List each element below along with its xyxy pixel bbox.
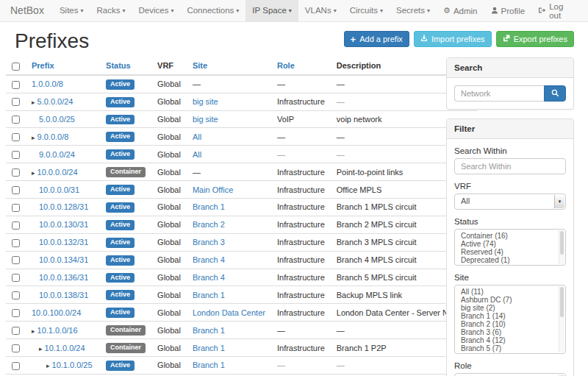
row-checkbox[interactable] bbox=[12, 221, 20, 230]
prefix-link[interactable]: 5.0.0.0/24 bbox=[37, 97, 74, 106]
search-input[interactable] bbox=[454, 85, 544, 102]
nav-item-vlans[interactable]: VLANs▾ bbox=[298, 0, 343, 21]
row-checkbox[interactable] bbox=[12, 239, 20, 247]
site-link[interactable]: Branch 1 bbox=[193, 326, 225, 335]
nav-item-circuits[interactable]: Circuits▾ bbox=[343, 0, 390, 21]
site-link[interactable]: Branch 3 bbox=[193, 238, 225, 246]
site-link[interactable]: Branch 1 bbox=[193, 291, 225, 299]
row-checkbox[interactable] bbox=[12, 151, 20, 159]
nav-item-racks[interactable]: Racks▾ bbox=[90, 0, 132, 21]
nav-item-sites[interactable]: Sites▾ bbox=[53, 0, 90, 21]
row-checkbox[interactable] bbox=[12, 204, 20, 212]
role-multiselect[interactable]: Infrastructure (25)Management (8)Private… bbox=[454, 373, 566, 376]
select-option[interactable]: Active (74) bbox=[455, 240, 565, 248]
site-link[interactable]: Branch 1 bbox=[193, 361, 225, 369]
select-option[interactable]: COLO-1-24 (9) bbox=[455, 352, 565, 354]
nav-item-ip-space[interactable]: IP Space▾ bbox=[245, 0, 298, 21]
row-checkbox[interactable] bbox=[12, 274, 20, 282]
prefix-link[interactable]: 10.0.0.0/24 bbox=[37, 168, 78, 177]
status-scrollbar[interactable] bbox=[559, 230, 564, 264]
prefix-link[interactable]: 10.1.0.0/24 bbox=[45, 344, 85, 352]
site-link[interactable]: Branch 1 bbox=[193, 202, 225, 211]
filter-panel-title: Filter bbox=[447, 119, 573, 139]
row-checkbox[interactable] bbox=[12, 291, 20, 299]
row-checkbox[interactable] bbox=[12, 186, 20, 194]
row-checkbox[interactable] bbox=[12, 309, 20, 317]
export-prefixes-button[interactable]: Export prefixes bbox=[496, 31, 574, 47]
select-option[interactable]: Branch 4 (12) bbox=[455, 336, 565, 344]
expand-arrow-icon[interactable]: ▸ bbox=[39, 345, 43, 352]
prefix-link[interactable]: 5.0.0.0/25 bbox=[39, 115, 75, 124]
select-option[interactable]: Deprecated (1) bbox=[455, 256, 565, 264]
site-link[interactable]: Main Office bbox=[193, 185, 233, 194]
vrf-select[interactable]: All ▼ bbox=[454, 194, 566, 210]
prefix-link[interactable]: 10.1.0.0/16 bbox=[37, 326, 78, 335]
row-checkbox[interactable] bbox=[12, 344, 20, 352]
site-value: — bbox=[193, 79, 201, 88]
site-link[interactable]: Branch 4 bbox=[193, 255, 225, 264]
prefix-link[interactable]: 10.0.0.130/31 bbox=[39, 220, 88, 229]
row-checkbox[interactable] bbox=[12, 98, 20, 106]
site-link[interactable]: Branch 1 bbox=[193, 344, 225, 352]
site-link[interactable]: All bbox=[193, 132, 201, 141]
site-link[interactable]: Branch 2 bbox=[193, 220, 225, 229]
site-link[interactable]: big site bbox=[193, 97, 218, 106]
brand-netbox[interactable]: NetBox bbox=[0, 0, 53, 21]
select-option[interactable]: big site (2) bbox=[455, 304, 565, 312]
expand-arrow-icon[interactable]: ▸ bbox=[32, 327, 35, 335]
row-checkbox[interactable] bbox=[12, 256, 20, 264]
row-checkbox[interactable] bbox=[12, 116, 20, 124]
prefix-link[interactable]: 9.0.0.0/24 bbox=[39, 150, 75, 159]
expand-arrow-icon[interactable]: ▸ bbox=[32, 99, 35, 106]
import-prefixes-button[interactable]: Import prefixes bbox=[414, 31, 492, 47]
select-option[interactable]: Branch 5 (7) bbox=[455, 344, 565, 352]
nav-profile[interactable]: Profile bbox=[484, 0, 532, 21]
prefix-link[interactable]: 10.0.0.132/31 bbox=[39, 238, 88, 246]
add-prefix-button[interactable]: + Add a prefix bbox=[344, 31, 409, 47]
row-checkbox[interactable] bbox=[12, 169, 20, 177]
row-checkbox[interactable] bbox=[12, 327, 20, 335]
select-option[interactable]: Container (16) bbox=[455, 232, 565, 240]
nav-admin[interactable]: ⚙ Admin bbox=[437, 0, 484, 21]
col-header-role[interactable]: Role bbox=[271, 57, 331, 75]
select-option[interactable]: Reserved (4) bbox=[455, 248, 565, 256]
col-header-site[interactable]: Site bbox=[187, 57, 271, 75]
expand-arrow-icon[interactable]: ▸ bbox=[32, 169, 35, 177]
prefix-link[interactable]: 10.0.0.0/31 bbox=[39, 185, 79, 194]
row-checkbox[interactable] bbox=[12, 133, 20, 141]
prefix-link[interactable]: 10.0.100.0/24 bbox=[32, 308, 81, 317]
site-link[interactable]: big site bbox=[193, 115, 218, 124]
prefix-link[interactable]: 10.1.0.0/25 bbox=[52, 361, 93, 369]
prefix-link[interactable]: 10.0.0.136/31 bbox=[39, 273, 88, 282]
vrf-value: Global bbox=[157, 79, 181, 88]
row-checkbox[interactable] bbox=[12, 362, 20, 370]
select-option[interactable]: Branch 1 (14) bbox=[455, 312, 565, 320]
select-option[interactable]: Branch 2 (10) bbox=[455, 320, 565, 328]
select-option[interactable]: Branch 3 (6) bbox=[455, 328, 565, 336]
expand-arrow-icon[interactable]: ▸ bbox=[32, 134, 35, 141]
prefix-link[interactable]: 1.0.0.0/8 bbox=[32, 79, 63, 88]
col-header-status[interactable]: Status bbox=[100, 57, 151, 75]
nav-item-devices[interactable]: Devices▾ bbox=[132, 0, 180, 21]
site-scrollbar[interactable] bbox=[559, 286, 564, 352]
search-within-input[interactable] bbox=[454, 158, 566, 174]
search-button[interactable] bbox=[544, 85, 566, 102]
prefix-link[interactable]: 10.0.0.134/31 bbox=[39, 255, 88, 264]
select-option[interactable]: Ashburn DC (7) bbox=[455, 296, 565, 304]
site-link[interactable]: Branch 4 bbox=[193, 273, 225, 282]
expand-arrow-icon[interactable]: ▸ bbox=[46, 362, 50, 369]
site-link[interactable]: London Data Center bbox=[193, 308, 265, 317]
prefix-link[interactable]: 10.0.0.138/31 bbox=[39, 291, 88, 299]
prefix-link[interactable]: 9.0.0.0/8 bbox=[37, 132, 69, 141]
prefix-link[interactable]: 10.0.0.128/31 bbox=[39, 202, 88, 211]
row-checkbox[interactable] bbox=[12, 81, 20, 89]
select-all-checkbox[interactable] bbox=[12, 63, 20, 71]
nav-item-connections[interactable]: Connections▾ bbox=[180, 0, 245, 21]
col-header-prefix[interactable]: Prefix bbox=[26, 57, 100, 75]
nav-logout[interactable]: Log out bbox=[531, 0, 582, 21]
site-link[interactable]: All bbox=[193, 150, 201, 159]
nav-item-secrets[interactable]: Secrets▾ bbox=[390, 0, 437, 21]
select-option[interactable]: All (11) bbox=[455, 288, 565, 296]
status-multiselect[interactable]: Container (16)Active (74)Reserved (4)Dep… bbox=[454, 229, 566, 266]
site-multiselect[interactable]: All (11)Ashburn DC (7)big site (2)Branch… bbox=[454, 285, 566, 354]
